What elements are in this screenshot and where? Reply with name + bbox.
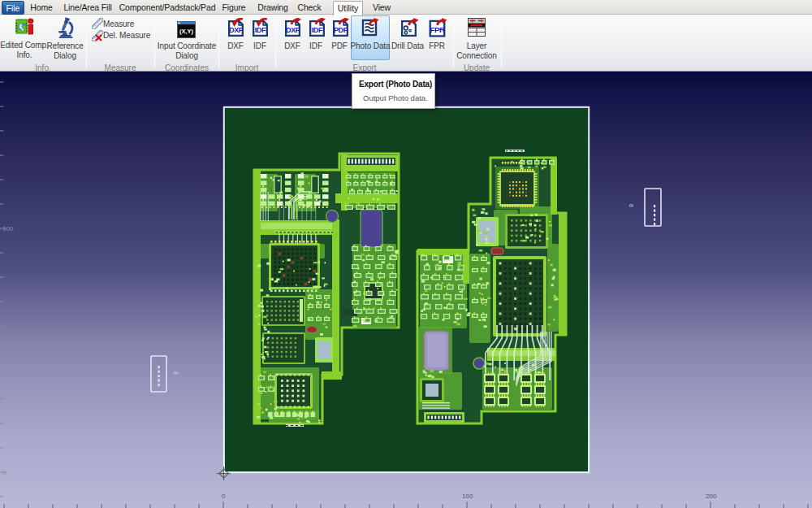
svg-text:0: 0	[222, 493, 226, 500]
svg-text:(X,Y): (X,Y)	[179, 28, 194, 35]
svg-text:IDF: IDF	[312, 26, 323, 34]
svg-text:200: 200	[706, 493, 717, 500]
svg-text:100: 100	[462, 493, 473, 500]
svg-text:IDF: IDF	[255, 26, 266, 34]
svg-text:DXF: DXF	[229, 26, 244, 34]
svg-text:FPR: FPR	[430, 25, 444, 34]
svg-text:100: 100	[2, 225, 14, 232]
svg-text:DXF: DXF	[286, 26, 300, 34]
svg-text:PDF: PDF	[334, 26, 348, 34]
svg-text:0: 0	[2, 469, 6, 476]
svg-text:8: 8	[173, 371, 179, 375]
svg-text:8: 8	[628, 204, 634, 207]
